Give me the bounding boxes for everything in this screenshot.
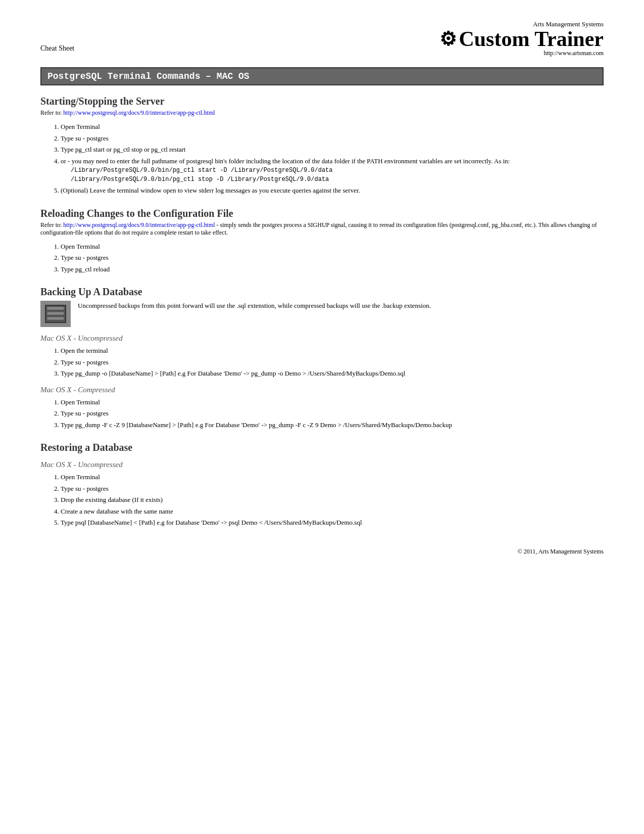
note-box: Uncompressed backups from this point for… (40, 301, 604, 327)
section-restoring: Restoring a Database Mac OS X - Uncompre… (40, 442, 604, 528)
svg-rect-0 (47, 307, 64, 310)
backup-uncompressed-title: Mac OS X - Uncompressed (40, 334, 604, 343)
list-item: Type su - postgres (61, 357, 604, 367)
list-item: Open the terminal (61, 346, 604, 356)
cheat-sheet-label: Cheat Sheet (40, 44, 74, 53)
list-item: Create a new database with the same name (61, 506, 604, 517)
main-title: PostgreSQL Terminal Commands – MAC OS (40, 67, 604, 85)
list-item: Type pg_ctl reload (61, 264, 604, 274)
reloading-steps-list: Open Terminal Type su - postgres Type pg… (61, 242, 604, 274)
starting-steps-list: Open Terminal Type su - postgres Type pg… (61, 122, 604, 196)
list-item: Type su - postgres (61, 133, 604, 144)
list-item: or - you may need to enter the full path… (61, 156, 604, 184)
section-backup-title: Backing Up A Database (40, 286, 604, 298)
section-starting-title: Starting/Stopping the Server (40, 96, 604, 107)
note-icon (40, 301, 71, 327)
backup-compressed-steps: Open Terminal Type su - postgres Type pg… (61, 397, 604, 430)
restoring-uncompressed-steps: Open Terminal Type su - postgres Drop th… (61, 472, 604, 528)
list-item: Type su - postgres (61, 408, 604, 419)
backup-compressed-title: Mac OS X - Compressed (40, 386, 604, 394)
list-item: Open Terminal (61, 122, 604, 132)
list-item: Open Terminal (61, 242, 604, 252)
list-item: Type pg_dump -F c -Z 9 [DatabaseName] > … (61, 420, 604, 430)
list-item: Type psql [DatabaseName] < [Path] e.g fo… (61, 518, 604, 528)
section-reloading-ref: Refer to: http://www.postgresql.org/docs… (40, 221, 604, 237)
code-line: /Library/PostgreSQL/9.0/bin/pg_ctl start… (71, 166, 604, 175)
code-line: /Library/PostgreSQL/9.0/bin/pg_ctl stop … (71, 175, 604, 184)
list-item: Type su - postgres (61, 484, 604, 494)
backup-note-text: Uncompressed backups from this point for… (78, 301, 431, 311)
branding: Arts Management Systems ⚙Custom Trainer … (439, 20, 604, 57)
list-item: Type pg_dump -o [DatabaseName] > [Path] … (61, 368, 604, 379)
section-backup: Backing Up A Database Uncompressed backu… (40, 286, 604, 430)
footer: © 2011, Arts Management Systems (40, 548, 604, 555)
footer-text: © 2011, Arts Management Systems (518, 548, 604, 555)
starting-ref-url[interactable]: http://www.postgresql.org/docs/9.0/inter… (63, 109, 215, 116)
section-reloading-title: Reloading Changes to the Configuration F… (40, 208, 604, 219)
list-item: Type pg_ctl start or pg_ctl stop or pg_c… (61, 145, 604, 155)
section-restoring-title: Restoring a Database (40, 442, 604, 453)
section-starting-ref: Refer to: http://www.postgresql.org/docs… (40, 109, 604, 117)
app-url: http://www.artsman.com (439, 50, 604, 57)
restoring-uncompressed-title: Mac OS X - Uncompressed (40, 460, 604, 469)
svg-rect-1 (47, 312, 64, 315)
list-item: Drop the existing database (If it exists… (61, 495, 604, 505)
note-icon-inner (45, 305, 66, 323)
backup-uncompressed-steps: Open the terminal Type su - postgres Typ… (61, 346, 604, 379)
section-reloading: Reloading Changes to the Configuration F… (40, 208, 604, 274)
svg-rect-2 (47, 317, 64, 320)
reloading-ref-url[interactable]: http://www.postgresql.org/docs/9.0/inter… (63, 221, 215, 228)
gear-icon: ⚙ (439, 29, 457, 49)
list-item: (Optional) Leave the terminal window ope… (61, 186, 604, 196)
app-title: ⚙Custom Trainer (439, 28, 604, 50)
section-starting-stopping: Starting/Stopping the Server Refer to: h… (40, 96, 604, 196)
list-item: Open Terminal (61, 472, 604, 482)
list-item: Open Terminal (61, 397, 604, 407)
database-icon (46, 306, 65, 322)
list-item: Type su - postgres (61, 253, 604, 263)
page-header: Cheat Sheet Arts Management Systems ⚙Cus… (40, 20, 604, 57)
